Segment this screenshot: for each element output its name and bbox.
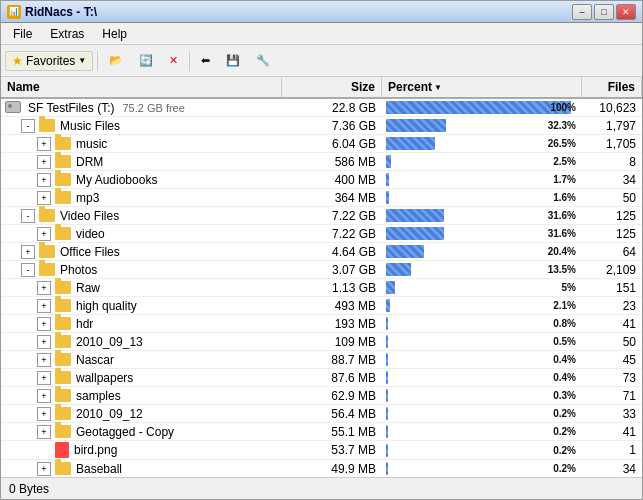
col-header-percent[interactable]: Percent ▼: [382, 77, 582, 97]
cell-files: 1: [582, 441, 642, 459]
table-row[interactable]: +Baseball49.9 MB0.2%34: [1, 460, 642, 477]
tree-toggle[interactable]: +: [37, 335, 51, 349]
refresh-button[interactable]: 🔄: [132, 48, 160, 74]
tree-toggle[interactable]: +: [37, 227, 51, 241]
tree-toggle[interactable]: +: [37, 137, 51, 151]
window-controls: – □ ✕: [572, 4, 636, 20]
tree-toggle[interactable]: +: [21, 245, 35, 259]
cell-percent: 0.5%: [382, 333, 582, 350]
tree-toggle[interactable]: -: [21, 263, 35, 277]
cell-files: 23: [582, 297, 642, 314]
row-name-label: Office Files: [60, 245, 120, 259]
percent-text: 0.3%: [553, 390, 576, 401]
table-row[interactable]: +hdr193 MB0.8%41: [1, 315, 642, 333]
tree-toggle[interactable]: +: [37, 299, 51, 313]
tree-toggle[interactable]: +: [37, 389, 51, 403]
status-bar: 0 Bytes: [1, 477, 642, 499]
tree-toggle[interactable]: +: [37, 353, 51, 367]
table-row[interactable]: +high quality493 MB2.1%23: [1, 297, 642, 315]
row-subtext: 75.2 GB free: [122, 102, 184, 114]
cell-size: 1.13 GB: [282, 279, 382, 296]
tree-toggle[interactable]: +: [37, 191, 51, 205]
cell-name: +DRM: [1, 153, 282, 170]
percent-text: 100%: [550, 102, 576, 113]
percent-bar: [386, 209, 444, 222]
table-row[interactable]: -Photos3.07 GB13.5%2,109: [1, 261, 642, 279]
cell-files: 151: [582, 279, 642, 296]
cell-name: +Raw: [1, 279, 282, 296]
table-row[interactable]: +Geotagged - Copy55.1 MB0.2%41: [1, 423, 642, 441]
percent-bar: [386, 371, 388, 384]
percent-bar: [386, 425, 388, 438]
col-header-size[interactable]: Size: [282, 77, 382, 97]
open-folder-button[interactable]: 📂: [102, 48, 130, 74]
table-row[interactable]: +wallpapers87.6 MB0.4%73: [1, 369, 642, 387]
percent-bar: [386, 444, 388, 457]
cell-percent: 13.5%: [382, 261, 582, 278]
wrench-icon: 🔧: [256, 54, 270, 67]
tree-toggle[interactable]: +: [37, 281, 51, 295]
table-body: SF TestFiles (T:)75.2 GB free22.8 GB100%…: [1, 99, 642, 477]
tree-toggle[interactable]: +: [37, 462, 51, 476]
table-row[interactable]: SF TestFiles (T:)75.2 GB free22.8 GB100%…: [1, 99, 642, 117]
table-row[interactable]: +video7.22 GB31.6%125: [1, 225, 642, 243]
percent-text: 0.2%: [553, 463, 576, 474]
maximize-button[interactable]: □: [594, 4, 614, 20]
folder-icon: [55, 462, 71, 475]
cell-size: 493 MB: [282, 297, 382, 314]
menu-file[interactable]: File: [5, 25, 40, 43]
row-name-label: high quality: [76, 299, 137, 313]
cell-size: 53.7 MB: [282, 441, 382, 459]
cell-name: +Baseball: [1, 460, 282, 477]
stop-button[interactable]: ✕: [162, 48, 185, 74]
percent-bar: [386, 227, 444, 240]
tree-toggle[interactable]: +: [37, 317, 51, 331]
col-header-name[interactable]: Name: [1, 77, 282, 97]
table-row[interactable]: +2010_09_13109 MB0.5%50: [1, 333, 642, 351]
cell-files: 2,109: [582, 261, 642, 278]
cell-size: 6.04 GB: [282, 135, 382, 152]
cell-name: SF TestFiles (T:)75.2 GB free: [1, 99, 282, 116]
menu-extras[interactable]: Extras: [42, 25, 92, 43]
folder-icon: [55, 227, 71, 240]
cell-size: 22.8 GB: [282, 99, 382, 116]
table-row[interactable]: +music6.04 GB26.5%1,705: [1, 135, 642, 153]
close-button[interactable]: ✕: [616, 4, 636, 20]
tree-toggle[interactable]: +: [37, 371, 51, 385]
save-button[interactable]: 💾: [219, 48, 247, 74]
percent-bar: [386, 191, 389, 204]
table-row[interactable]: +Office Files4.64 GB20.4%64: [1, 243, 642, 261]
table-row[interactable]: -Video Files7.22 GB31.6%125: [1, 207, 642, 225]
table-row[interactable]: +Raw1.13 GB5%151: [1, 279, 642, 297]
file-table-container[interactable]: Name Size Percent ▼ Files SF TestFiles (…: [1, 77, 642, 477]
percent-text: 2.5%: [553, 156, 576, 167]
table-row[interactable]: +mp3364 MB1.6%50: [1, 189, 642, 207]
tree-toggle[interactable]: +: [37, 173, 51, 187]
percent-text: 0.4%: [553, 372, 576, 383]
back-button[interactable]: ⬅: [194, 48, 217, 74]
minimize-button[interactable]: –: [572, 4, 592, 20]
table-row[interactable]: +My Audiobooks400 MB1.7%34: [1, 171, 642, 189]
settings-button[interactable]: 🔧: [249, 48, 277, 74]
cell-name: -Music Files: [1, 117, 282, 134]
tree-toggle[interactable]: -: [21, 209, 35, 223]
menu-help[interactable]: Help: [94, 25, 135, 43]
favorites-button[interactable]: ★ Favorites ▼: [5, 51, 93, 71]
table-row[interactable]: +samples62.9 MB0.3%71: [1, 387, 642, 405]
tree-toggle[interactable]: -: [21, 119, 35, 133]
tree-toggle[interactable]: +: [37, 155, 51, 169]
cell-files: 1,797: [582, 117, 642, 134]
tree-toggle[interactable]: +: [37, 407, 51, 421]
table-row[interactable]: -Music Files7.36 GB32.3%1,797: [1, 117, 642, 135]
table-row[interactable]: +Nascar88.7 MB0.4%45: [1, 351, 642, 369]
row-name-label: hdr: [76, 317, 93, 331]
folder-icon: [39, 209, 55, 222]
table-row[interactable]: bird.png53.7 MB0.2%1: [1, 441, 642, 460]
table-row[interactable]: +DRM586 MB2.5%8: [1, 153, 642, 171]
save-icon: 💾: [226, 54, 240, 67]
status-text: 0 Bytes: [9, 482, 49, 496]
menu-bar: File Extras Help: [1, 23, 642, 45]
col-header-files[interactable]: Files: [582, 77, 642, 97]
table-row[interactable]: +2010_09_1256.4 MB0.2%33: [1, 405, 642, 423]
tree-toggle[interactable]: +: [37, 425, 51, 439]
